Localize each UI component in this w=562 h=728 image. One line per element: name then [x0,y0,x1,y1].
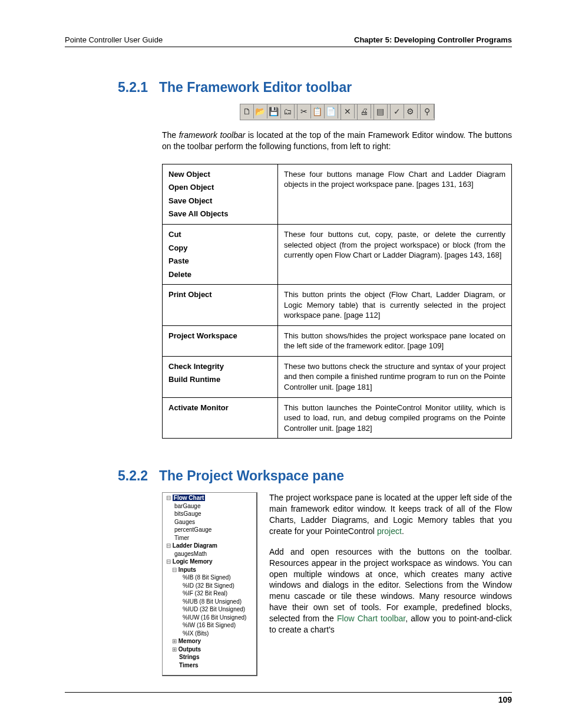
table-row: Print Object This button prints the obje… [163,285,512,326]
open-object-icon: 📂 [254,104,267,118]
page-number: 109 [498,695,512,704]
table-row: Cut Copy Paste Delete These four buttons… [163,224,512,284]
check-integrity-icon: ✓ [391,104,404,118]
header-left: Pointe Controller User Guide [65,35,163,44]
section-521-title: 5.2.1The Framework Editor toolbar [118,80,512,95]
table-row: Activate Monitor This button launches th… [163,397,512,439]
table-row: New Object Open Object Save Object Save … [163,164,512,224]
paste-icon: 📄 [325,104,338,118]
print-icon: 🖨 [358,104,371,118]
flow-chart-toolbar-link[interactable]: Flow Chart toolbar [337,614,405,623]
build-runtime-icon: ⚙ [404,104,418,118]
project-workspace-tree-figure: Flow Chart barGauge bitsGauge Gauges per… [162,492,257,676]
toolbar-function-table: New Object Open Object Save Object Save … [162,164,512,439]
new-object-icon: 🗋 [240,104,254,118]
workspace-icon: ▤ [374,104,388,118]
table-row: Check Integrity Build Runtime These two … [163,356,512,397]
section-521-num: 5.2.1 [118,80,159,95]
copy-icon: 📋 [311,104,325,118]
page-header: Pointe Controller User Guide Chapter 5: … [65,35,512,47]
monitor-icon: ⚲ [421,104,434,118]
header-right: Chapter 5: Developing Controller Program… [354,35,512,44]
save-all-icon: 🗂 [281,104,295,118]
section-522-title: 5.2.2The Project Workspace pane [118,468,512,484]
framework-toolbar-figure: 🗋 📂 💾 🗂 ✂ 📋 📄 ✕ 🖨 ▤ ✓ ⚙ ⚲ [162,104,512,120]
section-521-intro: The framework toolbar is located at the … [162,130,512,152]
table-row: Project Workspace This button shows/hide… [163,325,512,356]
page-footer: 109 [65,692,512,704]
save-object-icon: 💾 [267,104,281,118]
project-link[interactable]: project [377,526,402,536]
cut-icon: ✂ [297,104,311,118]
delete-icon: ✕ [341,104,355,118]
section-522-num: 5.2.2 [118,468,159,484]
section-522-body: The project workspace pane is located at… [269,492,512,676]
